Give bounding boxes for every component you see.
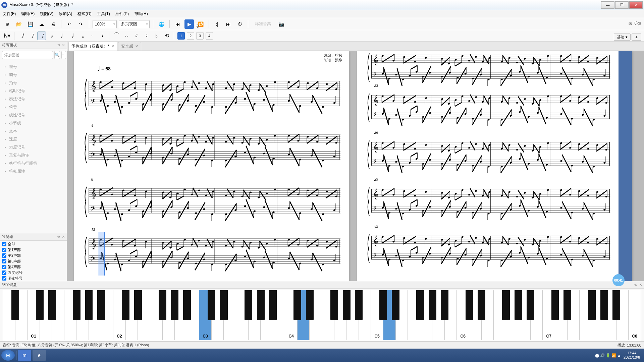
sharp-icon[interactable]: ♯ [132,32,141,40]
start-button[interactable]: ⊞ [1,350,15,361]
voice-3-button[interactable]: 3 [196,32,204,40]
flat-icon[interactable]: ♭ [152,32,161,40]
piano-white-key[interactable] [224,290,236,340]
piano-white-key[interactable] [64,290,77,340]
palette-category[interactable]: 临时记号 [0,87,67,95]
piano-white-key[interactable] [359,290,371,340]
viewmode-combo[interactable]: 多页视图 [119,20,150,28]
maximize-button[interactable]: ☐ [615,1,629,9]
repeat-start-icon[interactable]: :| [212,19,222,29]
score-tab[interactable]: 安全感✕ [118,42,141,51]
feedback-link[interactable]: ✉ 反馈 [629,21,641,26]
menu-item[interactable]: 添加(A) [59,11,72,17]
undo-icon[interactable]: ↶ [65,19,74,29]
palette-category[interactable]: 速度 [0,135,67,143]
palette-category[interactable]: 力度记号 [0,143,67,151]
piano-white-key[interactable] [89,290,101,340]
piano-white-key[interactable] [310,290,322,340]
filter-item[interactable]: 力度记号 [2,270,65,276]
tie-icon[interactable]: ⁀ [112,32,121,40]
globe-icon[interactable]: 🌐 [157,19,166,29]
palette-category[interactable]: 倚音 [0,103,67,111]
concert-pitch-label[interactable]: 标准音高 [255,21,271,27]
piano-white-key[interactable] [126,290,138,340]
menu-item[interactable]: 帮助(H) [134,11,148,17]
filter-item[interactable]: 第1声部 [2,247,65,253]
piano-white-key[interactable] [150,290,163,340]
piano-white-key[interactable] [3,290,15,340]
piano-white-key[interactable] [236,290,249,340]
tray-icons[interactable]: ⬤ 🔊 🔋 📶 ▲ [595,353,621,358]
palette-search-input[interactable] [2,51,53,59]
piano-white-key[interactable] [298,290,310,340]
piano-white-key[interactable] [518,290,531,340]
note-quarter-icon[interactable]: ♩ [57,32,66,40]
piano-white-key[interactable] [482,290,494,340]
taskbar-edge-icon[interactable]: e [33,350,46,361]
palette-category[interactable]: 文本 [0,127,67,135]
piano-white-key[interactable] [580,290,592,340]
note-input-icon[interactable]: N▾ [3,32,11,40]
rest-icon[interactable]: 𝄽 [98,32,106,40]
piano-white-key[interactable] [616,290,629,340]
palette-category[interactable]: 换行符与行距符 [0,159,67,167]
slur-icon[interactable]: ⌢ [122,32,131,40]
piano-keyboard[interactable]: C1C2C3C4C5C6C7C8 [3,290,641,340]
piano-white-key[interactable] [604,290,616,340]
voice-2-button[interactable]: 2 [187,32,194,40]
piano-white-key[interactable] [212,290,224,340]
piano-white-key[interactable] [445,290,457,340]
filter-item[interactable]: 全部 [2,241,65,247]
print-icon[interactable]: 🖨 [48,19,58,29]
palette-category[interactable]: 谱号 [0,63,67,71]
palette-category[interactable]: 拍号 [0,79,67,87]
menu-item[interactable]: 文件(F) [3,11,16,17]
play-button[interactable]: ▶ [184,19,194,29]
dot-icon[interactable]: · [88,32,96,40]
tab-close-icon[interactable]: ✕ [135,44,138,49]
note-32-icon[interactable]: 𝅘𝅥𝅯 [27,32,36,40]
piano-white-key[interactable]: C2 [113,290,126,340]
redo-icon[interactable]: ↷ [76,19,86,29]
piano-white-key[interactable] [273,290,285,340]
basic-button[interactable]: 基础 ▾ [614,34,631,41]
piano-white-key[interactable] [346,290,359,340]
rewind-icon[interactable]: ⏮ [173,19,182,29]
piano-white-key[interactable]: C6 [457,290,469,340]
score-page-2[interactable]: 𝄞𝄢23𝄞𝄢26𝄞𝄢29𝄞𝄢32𝄞𝄢 [357,51,632,281]
save-icon[interactable]: 💾 [25,19,35,29]
piano-white-key[interactable] [383,290,396,340]
piano-white-key[interactable] [531,290,543,340]
piano-white-key[interactable] [506,290,519,340]
zoom-combo[interactable]: 100% [93,20,117,28]
piano-white-key[interactable] [40,290,52,340]
piano-white-key[interactable] [408,290,420,340]
piano-white-key[interactable] [101,290,114,340]
piano-white-key[interactable]: C1 [28,290,40,340]
note-8-icon[interactable]: ♪ [47,32,56,40]
filter-item[interactable]: 第3声部 [2,258,65,264]
skip-end-icon[interactable]: ⏭ [224,19,233,29]
piano-white-key[interactable] [15,290,28,340]
piano-white-key[interactable] [469,290,482,340]
piano-white-key[interactable] [175,290,187,340]
piano-white-key[interactable] [138,290,150,340]
voice-1-button[interactable]: 1 [177,32,185,40]
palette-category[interactable]: 调号 [0,71,67,79]
more-icon[interactable]: ⋯ [61,51,66,59]
menu-item[interactable]: 插件(P) [115,11,129,17]
piano-white-key[interactable] [261,290,273,340]
palette-category[interactable]: 重复与跳转 [0,151,67,159]
piano-white-key[interactable]: C8 [629,290,641,340]
score-tab[interactable]: 予你成歌（昼夜版）*✕ [68,42,117,51]
piano-white-key[interactable]: C5 [371,290,383,340]
note-16-icon[interactable]: 𝅘𝅥𝅮 [37,32,46,40]
filter-item[interactable]: 第2声部 [2,253,65,258]
piano-white-key[interactable]: C7 [543,290,555,340]
piano-white-key[interactable] [555,290,568,340]
piano-white-key[interactable] [76,290,89,340]
piano-white-key[interactable]: C4 [285,290,298,340]
piano-white-key[interactable] [52,290,64,340]
close-button[interactable]: ✕ [629,1,643,9]
metronome-icon[interactable]: ⏱ [235,19,245,29]
